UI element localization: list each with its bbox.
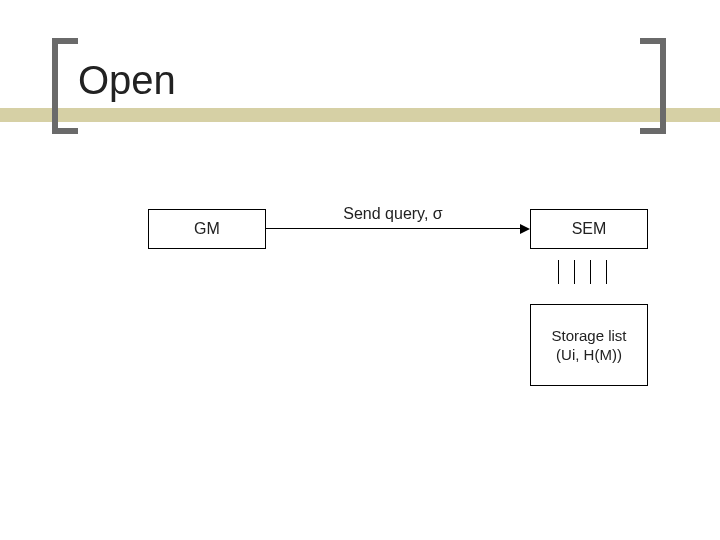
title-underline-band	[0, 108, 720, 122]
connector-tick	[574, 260, 575, 284]
arrow-head-icon	[520, 224, 530, 234]
arrow-label: Send query, σ	[266, 205, 520, 223]
sem-box-label: SEM	[572, 220, 607, 238]
storage-box-line1: Storage list	[551, 326, 626, 346]
page-title: Open	[78, 58, 176, 103]
sem-storage-connector-ticks	[540, 258, 636, 288]
storage-box: Storage list (Ui, H(M))	[530, 304, 648, 386]
connector-tick	[590, 260, 591, 284]
gm-box-label: GM	[194, 220, 220, 238]
sem-box: SEM	[530, 209, 648, 249]
gm-box: GM	[148, 209, 266, 249]
connector-tick	[558, 260, 559, 284]
title-bracket-left	[52, 38, 78, 134]
title-bracket-right	[640, 38, 666, 134]
connector-tick	[606, 260, 607, 284]
storage-box-line2: (Ui, H(M))	[556, 345, 622, 365]
arrow-line	[266, 228, 520, 229]
